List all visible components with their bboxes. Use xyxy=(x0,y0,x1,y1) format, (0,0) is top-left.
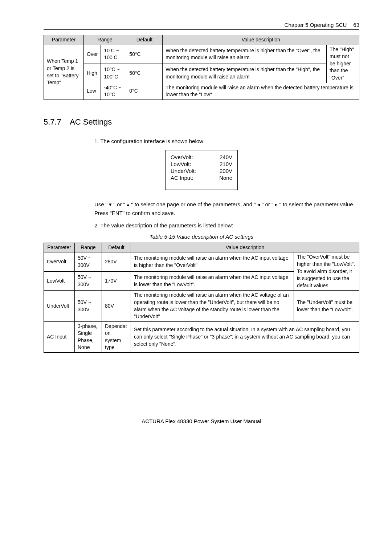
ac-settings-table: Parameter Range Default Value descriptio… xyxy=(44,243,359,353)
chapter-label: Chapter 5 Operating SCU xyxy=(285,22,347,28)
page-footer: ACTURA Flex 48330 Power System User Manu… xyxy=(44,418,359,424)
t1-r1-range2: 10 C ~ 100 C xyxy=(101,45,126,64)
t2-r2-param: LowVolt xyxy=(44,271,75,290)
config-lowvolt-label: LowVolt: xyxy=(171,161,191,167)
t1-h-parameter: Parameter xyxy=(44,35,84,45)
t2-r1-param: OverVolt xyxy=(44,252,75,271)
t2-r2-default: 170V xyxy=(102,271,131,290)
t2-r4-desc: Set this parameter according to the actu… xyxy=(131,321,359,352)
config-lowvolt-value: 210V xyxy=(220,161,232,167)
p2-text: " or " xyxy=(112,201,127,207)
page-header: Chapter 5 Operating SCU 63 xyxy=(44,22,359,30)
t1-h-default: Default xyxy=(126,35,163,45)
t1-r1-desc: When the detected battery temperature is… xyxy=(163,45,327,64)
config-acinput-value: None xyxy=(219,175,232,181)
config-undervolt-label: UnderVolt: xyxy=(171,168,196,174)
t1-h-range: Range xyxy=(84,35,126,45)
config-overvolt-label: OverVolt: xyxy=(171,154,193,160)
t2-side12: The "OverVolt" must be higher than the "… xyxy=(294,252,359,291)
t2-h-valuedesc: Value description xyxy=(131,243,359,252)
t1-r3-default: 0°C xyxy=(126,83,163,100)
t2-r1-range: 50V ~ 300V xyxy=(75,252,102,271)
t1-r2-default: 50°C xyxy=(126,64,163,83)
t1-r3-range2: -40°C ~ 10°C xyxy=(101,83,126,100)
t2-r3-param: UnderVolt xyxy=(44,291,75,321)
t2-r3-side: The "UnderVolt" must be lower than the "… xyxy=(294,291,359,321)
section-heading: 5.7.7 AC Settings xyxy=(44,117,359,127)
temperature-table: Parameter Range Default Value descriptio… xyxy=(44,35,359,100)
t1-param-cell: When Temp 1 or Temp 2 is set to "Battery… xyxy=(44,45,84,100)
t2-h-range: Range xyxy=(75,243,102,252)
config-acinput-label: AC Input: xyxy=(171,175,193,181)
t1-h-valuedesc: Value description xyxy=(163,35,359,45)
up-arrow-icon: ▴ xyxy=(127,201,130,207)
t2-r3-desc: The monitoring module will raise an alar… xyxy=(131,291,294,321)
config-overvolt-value: 240V xyxy=(220,154,232,160)
t2-h-parameter: Parameter xyxy=(44,243,75,252)
t2-r1-desc: The monitoring module will raise an alar… xyxy=(131,252,294,271)
t1-sidenote: The "High" must not be higher than the "… xyxy=(327,45,359,83)
left-arrow-icon: ◂ xyxy=(257,201,260,207)
section-num: 5.7.7 xyxy=(44,117,61,126)
paragraph-3: 2. The value description of the paramete… xyxy=(94,221,359,230)
t1-r2-range2: 10°C ~ 100°C xyxy=(101,64,126,83)
t2-r1-default: 280V xyxy=(102,252,131,271)
paragraph-1: 1. The configuration interface is shown … xyxy=(94,137,359,146)
t1-r3-desc: The monitoring module will raise an alar… xyxy=(163,83,359,100)
t1-r3-range1: Low xyxy=(84,83,101,100)
config-undervolt-value: 200V xyxy=(220,168,232,174)
t2-r2-desc: The monitoring module will raise an alar… xyxy=(131,271,294,290)
t1-r2-desc: When the detected battery temperature is… xyxy=(163,64,327,83)
t2-r4-param: AC Input xyxy=(44,321,75,352)
page-number: 63 xyxy=(353,22,359,28)
config-interface-box: OverVolt: 240V LowVolt: 210V UnderVolt: … xyxy=(165,150,238,190)
paragraph-2: Use " ▾ " or " ▴ " to select one page or… xyxy=(94,200,359,218)
t1-r2-range1: High xyxy=(84,64,101,83)
p2-text: Use " xyxy=(94,201,109,207)
t2-h-default: Default xyxy=(102,243,131,252)
t2-r3-range: 50V ~ 300V xyxy=(75,291,102,321)
t2-r3-default: 80V xyxy=(102,291,131,321)
t1-r1-default: 50°C xyxy=(126,45,163,64)
t2-r2-range: 50V ~ 300V xyxy=(75,271,102,290)
t2-r4-default: Dependat on system type xyxy=(102,321,131,352)
table2-caption: Table 5-15 Value description of AC setti… xyxy=(44,234,359,240)
section-title: AC Settings xyxy=(70,117,112,126)
t1-r1-range1: Over xyxy=(84,45,101,64)
p2-text: " to select one page or one of the param… xyxy=(130,201,257,207)
p2-text: " or " xyxy=(260,201,275,207)
t2-r4-range: 3-phase, Single Phase, None xyxy=(75,321,102,352)
